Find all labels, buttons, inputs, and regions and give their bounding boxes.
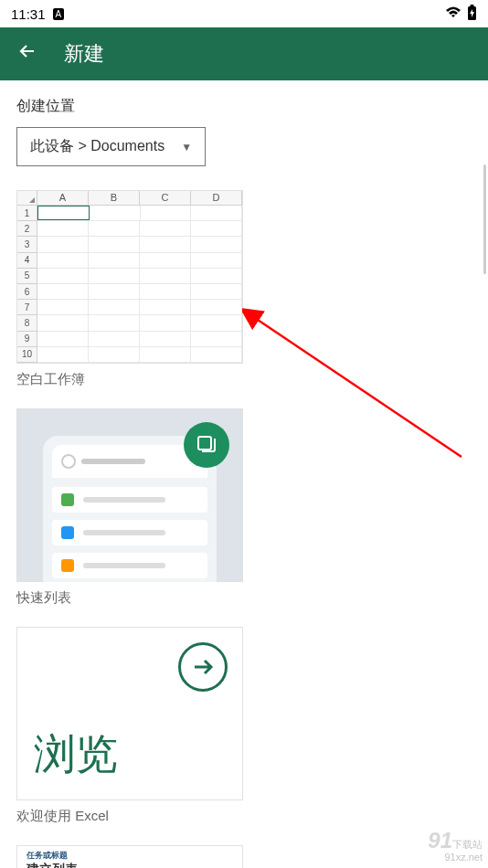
row-header: 9 (17, 332, 37, 347)
welcome-browse-text: 浏览 (34, 726, 226, 783)
app-header: 新建 (0, 27, 488, 80)
col-header: A (37, 191, 89, 205)
list-color-icon (61, 526, 74, 539)
location-dropdown[interactable]: 此设备 > Documents ▼ (16, 127, 206, 166)
status-bar: 11:31 A (0, 0, 488, 27)
row-header: 8 (17, 315, 37, 331)
template-label: 空白工作簿 (16, 371, 243, 388)
list-color-icon (61, 559, 74, 572)
template-label: 快速列表 (16, 589, 243, 607)
row-header: 10 (17, 347, 37, 363)
row-header: 7 (17, 300, 37, 315)
row-header: 2 (17, 221, 37, 237)
watermark: 91下载站 91xz.net (428, 831, 483, 863)
template-quick-list[interactable]: 快速列表 (16, 408, 243, 607)
row-header: 3 (17, 237, 37, 252)
status-indicator-icon: A (53, 8, 65, 20)
sheet-corner (17, 191, 37, 205)
col-header: B (89, 191, 140, 205)
list-color-icon (61, 493, 74, 506)
partial-subtitle: 任务或标题 (27, 850, 233, 862)
row-header: 5 (17, 269, 37, 284)
template-task-list[interactable]: 任务或标题 建立列表 (16, 845, 243, 868)
location-value: 此设备 > Documents (30, 137, 164, 156)
arrow-right-circle-icon (178, 642, 228, 692)
scrollbar[interactable] (483, 164, 486, 274)
wifi-icon (445, 6, 461, 22)
location-label: 创建位置 (16, 97, 472, 116)
back-arrow-icon[interactable] (16, 40, 38, 69)
template-label: 欢迎使用 Excel (16, 808, 243, 825)
col-header: C (140, 191, 191, 205)
row-header: 1 (17, 206, 37, 221)
page-title: 新建 (64, 40, 104, 68)
svg-rect-2 (198, 437, 211, 450)
stack-badge-icon (184, 422, 229, 468)
row-header: 6 (17, 284, 37, 300)
status-time: 11:31 (11, 6, 46, 22)
template-blank-workbook[interactable]: A B C D 1 2 3 4 5 6 7 8 9 10 (16, 190, 243, 388)
partial-title: 建立列表 (27, 862, 233, 868)
svg-rect-1 (471, 5, 474, 7)
col-header: D (191, 191, 242, 205)
battery-icon (467, 5, 477, 24)
template-welcome-excel[interactable]: 浏览 欢迎使用 Excel (16, 627, 243, 825)
chevron-down-icon: ▼ (181, 141, 192, 153)
row-header: 4 (17, 253, 37, 269)
